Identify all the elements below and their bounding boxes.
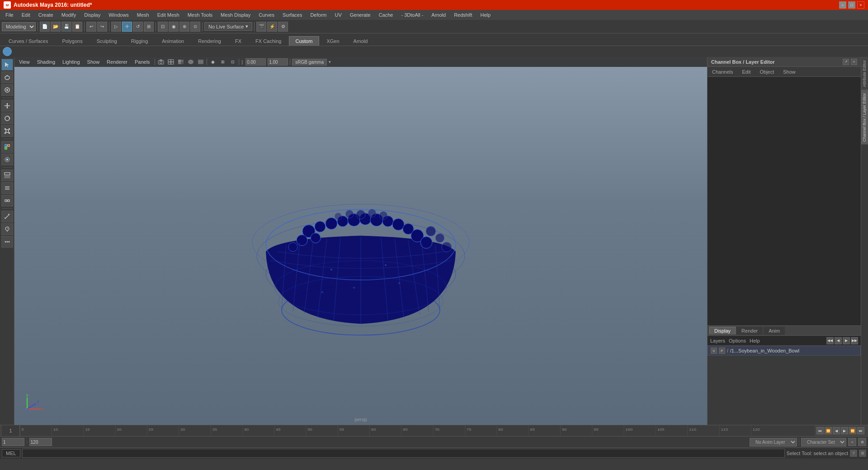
window-controls[interactable]: − □ × — [839, 1, 864, 9]
tab-arnold[interactable]: Arnold — [347, 36, 375, 46]
step-fwd-btn[interactable]: ⏩ — [849, 427, 856, 434]
dra-tab-render[interactable]: Render — [736, 327, 763, 335]
ch-tab-edit[interactable]: Edit — [740, 68, 752, 75]
camera-icon[interactable] — [157, 58, 165, 66]
no-anim-layer-dropdown[interactable]: No Anim Layer — [750, 438, 797, 446]
dra-tab-anim[interactable]: Anim — [764, 327, 785, 335]
soft-select[interactable] — [1, 154, 13, 165]
play-fwd-btn[interactable]: ▶ — [841, 427, 848, 434]
layer-fwd-btn[interactable]: ▶ — [843, 337, 850, 344]
save-file-btn[interactable]: 💾 — [61, 22, 71, 32]
help-icon[interactable]: ? — [850, 450, 857, 457]
tab-xgen[interactable]: XGen — [320, 36, 346, 46]
scale-btn[interactable]: ⊞ — [144, 22, 154, 32]
maximize-button[interactable]: □ — [848, 1, 855, 9]
workspace-dropdown[interactable]: Modeling — [2, 22, 36, 31]
snap-point-btn[interactable]: ⊕ — [179, 22, 189, 32]
menu-edit-mesh[interactable]: Edit Mesh — [154, 11, 183, 19]
no-live-surface-btn[interactable]: No Live Surface ▾ — [204, 22, 252, 31]
command-input[interactable] — [22, 449, 785, 458]
layer-tool[interactable] — [1, 182, 13, 194]
misc-tool[interactable] — [1, 236, 13, 248]
texture-icon[interactable] — [197, 58, 205, 66]
snap-grid-btn[interactable]: ⊡ — [158, 22, 168, 32]
attribute-editor-side-tab[interactable]: Attribute Editor — [861, 57, 868, 90]
tab-animation[interactable]: Animation — [155, 36, 191, 46]
menu-mesh[interactable]: Mesh — [133, 11, 153, 19]
menu-3dtoall[interactable]: - 3DtoAll - — [397, 11, 427, 19]
annotation-tool[interactable]: ? — [1, 223, 13, 235]
lasso-tool[interactable] — [1, 71, 13, 83]
tab-rigging[interactable]: Rigging — [124, 36, 155, 46]
menu-help[interactable]: Help — [476, 11, 494, 19]
paint-tool[interactable] — [1, 84, 13, 96]
move-tool[interactable] — [1, 100, 13, 112]
menu-redshift[interactable]: Redshift — [450, 11, 476, 19]
solid-icon[interactable] — [177, 58, 185, 66]
menu-cache[interactable]: Cache — [375, 11, 397, 19]
vp-menu-view[interactable]: View — [16, 58, 33, 66]
tab-curves-surfaces[interactable]: Curves / Surfaces — [2, 36, 55, 46]
select-tool[interactable] — [1, 59, 13, 70]
vp-menu-show[interactable]: Show — [85, 58, 103, 66]
step-back-btn[interactable]: ⏪ — [825, 427, 832, 434]
layer-visibility-btn[interactable]: V — [711, 348, 717, 354]
menu-windows[interactable]: Windows — [105, 11, 132, 19]
close-button[interactable]: × — [857, 1, 864, 9]
rotate-tool[interactable] — [1, 113, 13, 124]
tab-fx-caching[interactable]: FX Caching — [249, 36, 288, 46]
go-to-end-btn[interactable]: ⏭ — [857, 427, 864, 434]
play-back-btn[interactable]: ◀ — [833, 427, 840, 434]
show-hide-tool[interactable] — [1, 169, 13, 181]
dra-tab-display[interactable]: Display — [709, 327, 736, 334]
tab-rendering[interactable]: Rendering — [191, 36, 228, 46]
menu-deform[interactable]: Deform — [307, 11, 330, 19]
cb-close-btn[interactable]: × — [851, 59, 857, 65]
menu-modify[interactable]: Modify — [58, 11, 80, 19]
cb-float-btn[interactable]: ↗ — [843, 59, 849, 65]
current-time-input[interactable] — [2, 438, 24, 446]
options-menu[interactable]: Options — [729, 338, 746, 343]
char-set-add-btn[interactable]: + — [848, 438, 856, 446]
vp-exposure-input[interactable]: 0.00 — [245, 58, 266, 66]
redo-btn[interactable]: ↪ — [97, 22, 107, 32]
menu-file[interactable]: File — [2, 11, 17, 19]
smooth-icon[interactable] — [187, 58, 195, 66]
ch-tab-channels[interactable]: Channels — [710, 68, 735, 75]
snap-view-btn[interactable]: ⊙ — [190, 22, 200, 32]
vp-menu-lighting[interactable]: Lighting — [60, 58, 83, 66]
layers-help-menu[interactable]: Help — [750, 338, 760, 343]
layer-prev-btn[interactable]: ◀◀ — [826, 337, 834, 344]
char-set-settings-btn[interactable]: ⚙ — [858, 438, 866, 446]
timeline-scrubber[interactable]: 5 10 15 20 25 30 35 40 45 50 55 60 65 — [20, 425, 815, 436]
settings-icon[interactable]: ⚙ — [859, 450, 866, 457]
new-file-btn[interactable]: 📄 — [40, 22, 50, 32]
hud-btn[interactable]: ⊡ — [229, 58, 237, 66]
end-time-input[interactable] — [29, 438, 52, 446]
menu-surfaces[interactable]: Surfaces — [279, 11, 306, 19]
ch-tab-object[interactable]: Object — [758, 68, 776, 75]
menu-create[interactable]: Create — [35, 11, 57, 19]
menu-curves[interactable]: Curves — [255, 11, 278, 19]
isolate-btn[interactable]: ◉ — [209, 58, 217, 66]
scale-tool[interactable] — [1, 125, 13, 137]
vp-gamma-label[interactable]: sRGB gamma — [292, 59, 327, 66]
tab-sculpting[interactable]: Sculpting — [90, 36, 124, 46]
grid-btn[interactable]: ⊞ — [219, 58, 227, 66]
layer-row[interactable]: V P / /1...Soybean_in_Wooden_Bowl — [708, 346, 861, 356]
menu-display[interactable]: Display — [80, 11, 104, 19]
snap-curve-btn[interactable]: ◉ — [169, 22, 179, 32]
vp-menu-panels[interactable]: Panels — [132, 58, 153, 66]
minimize-button[interactable]: − — [839, 1, 846, 9]
undo-btn[interactable]: ↩ — [86, 22, 96, 32]
layers-menu[interactable]: Layers — [710, 338, 725, 343]
tab-polygons[interactable]: Polygons — [55, 36, 89, 46]
channel-box-side-tab[interactable]: Channel Box / Layer Editor — [861, 90, 868, 145]
vp-menu-shading[interactable]: Shading — [34, 58, 58, 66]
menu-uv[interactable]: UV — [331, 11, 345, 19]
layer-back-btn[interactable]: ◀ — [835, 337, 842, 344]
viewport-3d[interactable]: View Shading Lighting Show Renderer Pane… — [14, 57, 707, 425]
layer-playback-btn[interactable]: P — [719, 348, 725, 354]
ch-tab-show[interactable]: Show — [781, 68, 797, 75]
vp-menu-renderer[interactable]: Renderer — [104, 58, 130, 66]
